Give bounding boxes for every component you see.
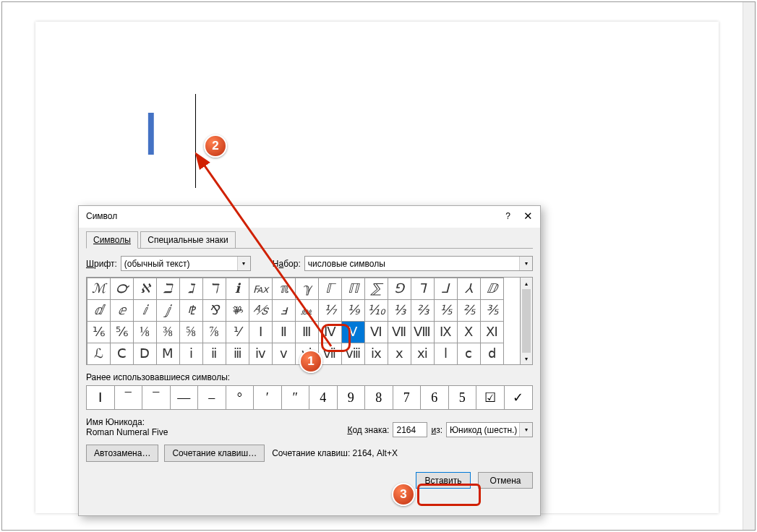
symbol-cell[interactable]: ⅈ — [133, 299, 157, 322]
symbol-cell[interactable]: ⅃ — [434, 278, 458, 300]
symbol-cell[interactable]: ⅷ — [341, 343, 365, 365]
symbol-cell[interactable]: ⅂ — [411, 278, 435, 300]
symbol-cell[interactable]: ℷ — [179, 278, 203, 300]
symbol-cell[interactable]: ⅰ — [179, 343, 203, 365]
symbol-cell[interactable]: ⅖ — [457, 299, 481, 322]
from-select[interactable]: Юникод (шестн.) ▾ — [446, 422, 533, 437]
symbol-cell[interactable]: ⅓ — [388, 299, 411, 322]
symbol-cell[interactable]: ⅺ — [411, 343, 435, 365]
symbol-cell[interactable]: Ⅿ — [156, 343, 180, 365]
symbol-cell[interactable]: Ⅱ — [272, 321, 296, 343]
scroll-thumb[interactable] — [522, 289, 531, 353]
symbol-cell[interactable]: ⅕ — [434, 299, 458, 322]
symbol-cell[interactable]: Ⅲ — [295, 321, 319, 343]
symbol-cell[interactable]: ⅎ — [272, 299, 296, 322]
symbol-cell[interactable]: ⅒ — [364, 299, 388, 322]
symbol-cell[interactable]: ℳ — [87, 278, 111, 300]
symbol-cell[interactable]: ⅐ — [318, 299, 342, 322]
symbol-cell[interactable]: ⅴ — [272, 343, 296, 365]
symbol-cell[interactable]: ⅇ — [110, 299, 134, 322]
symbol-cell[interactable]: ⅟ — [226, 321, 249, 343]
symbol-cell[interactable]: Ⅶ — [388, 321, 411, 343]
insert-button[interactable]: Вставить — [416, 472, 471, 489]
symbol-cell[interactable]: ⅸ — [364, 343, 388, 365]
cancel-button[interactable]: Отмена — [478, 472, 533, 489]
symbol-cell[interactable]: ℒ — [87, 343, 111, 365]
symbol-cell[interactable]: ⅊ — [179, 299, 203, 322]
symbol-cell[interactable]: Ⅰ — [249, 321, 273, 343]
recent-cell[interactable]: 5 — [449, 386, 477, 409]
recent-cell[interactable]: 7 — [393, 386, 422, 409]
symbol-cell[interactable]: ⅾ — [480, 343, 504, 365]
recent-cell[interactable]: – — [198, 386, 226, 409]
symbol-cell[interactable]: ⅍ — [249, 299, 273, 322]
close-icon[interactable]: ✕ — [523, 211, 533, 221]
tab-special[interactable]: Специальные знаки — [140, 231, 235, 248]
symbol-cell[interactable]: Ⅳ — [318, 321, 342, 343]
recent-cell[interactable]: ′ — [254, 386, 282, 409]
symbol-cell[interactable]: ⅗ — [480, 299, 504, 322]
recent-symbols[interactable]: Ⅰ¯¯—–°′″498765☑✓ — [86, 385, 533, 410]
symbol-cell[interactable]: ℺ — [110, 278, 134, 300]
recent-cell[interactable]: 4 — [309, 386, 338, 409]
symbol-cell[interactable]: ⅹ — [388, 343, 411, 365]
recent-cell[interactable]: — — [171, 386, 199, 409]
recent-cell[interactable]: ° — [226, 386, 255, 409]
symbol-cell[interactable]: ⅳ — [249, 343, 273, 365]
recent-cell[interactable]: ¯ — [115, 386, 143, 409]
symbol-cell[interactable]: ⅼ — [434, 343, 458, 365]
scroll-up-icon[interactable]: ▴ — [521, 278, 532, 289]
symbol-cell[interactable]: Ⅾ — [133, 343, 157, 365]
symbol-cell[interactable]: ⅞ — [202, 321, 226, 343]
symbol-cell[interactable]: ⅙ — [87, 321, 111, 343]
symbol-cell[interactable]: ⅚ — [110, 321, 134, 343]
symbol-cell[interactable]: ⅛ — [133, 321, 157, 343]
symbol-cell[interactable]: ℹ — [226, 278, 249, 300]
symbol-cell[interactable]: ℶ — [156, 278, 180, 300]
recent-cell[interactable]: Ⅰ — [87, 386, 115, 409]
recent-cell[interactable]: ✓ — [505, 386, 533, 409]
autocorrect-button[interactable]: Автозамена… — [86, 445, 158, 462]
symbol-cell[interactable]: ⅆ — [87, 299, 111, 322]
font-select[interactable]: (обычный текст) ▾ — [121, 256, 251, 271]
symbol-cell[interactable]: ⅌ — [226, 299, 249, 322]
symbol-cell[interactable]: ⅅ — [480, 278, 504, 300]
scroll-down-icon[interactable]: ▾ — [521, 353, 532, 364]
shortcut-keys-button[interactable]: Сочетание клавиш… — [164, 445, 265, 462]
symbol-cell[interactable]: ⅋ — [202, 299, 226, 322]
symbol-cell[interactable]: ⅀ — [364, 278, 388, 300]
grid-scrollbar[interactable]: ▴ ▾ — [521, 277, 533, 365]
symbol-cell[interactable]: ℾ — [318, 278, 342, 300]
recent-cell[interactable]: 6 — [421, 386, 449, 409]
help-icon[interactable]: ? — [505, 211, 510, 221]
symbol-cell[interactable]: ⅔ — [411, 299, 435, 322]
symbol-cell[interactable]: ⅉ — [156, 299, 180, 322]
recent-cell[interactable]: 8 — [365, 386, 393, 409]
symbol-cell[interactable]: ⅽ — [457, 343, 481, 365]
tab-symbols[interactable]: Символы — [86, 231, 138, 249]
symbol-cell[interactable]: ℵ — [133, 278, 157, 300]
symbol-cell[interactable]: ⅝ — [179, 321, 203, 343]
symbol-cell[interactable]: ℸ — [202, 278, 226, 300]
symbol-cell[interactable]: Ⅹ — [457, 321, 481, 343]
set-select[interactable]: числовые символы ▾ — [304, 256, 533, 271]
symbol-cell[interactable]: Ⅵ — [364, 321, 388, 343]
recent-cell[interactable]: ¯ — [142, 386, 171, 409]
recent-cell[interactable]: ☑ — [476, 386, 505, 409]
symbol-cell[interactable]: ℼ — [272, 278, 296, 300]
recent-cell[interactable]: 9 — [338, 386, 366, 409]
vertical-scrollbar[interactable] — [743, 2, 755, 530]
symbol-cell[interactable]: ⅱ — [202, 343, 226, 365]
symbol-cell[interactable]: ⅲ — [226, 343, 249, 365]
symbol-cell[interactable]: ℻ — [249, 278, 273, 300]
symbol-cell[interactable]: ⅜ — [156, 321, 180, 343]
symbol-cell[interactable]: ⅑ — [341, 299, 365, 322]
symbol-cell[interactable]: Ⅸ — [434, 321, 458, 343]
symbol-cell[interactable]: ⅄ — [457, 278, 481, 300]
symbol-cell[interactable]: Ⅷ — [411, 321, 435, 343]
symbol-cell[interactable]: Ⅴ — [341, 321, 365, 343]
symbol-cell[interactable]: ℽ — [295, 278, 319, 300]
symbol-cell[interactable]: Ⅺ — [480, 321, 504, 343]
recent-cell[interactable]: ″ — [282, 386, 310, 409]
code-input[interactable]: 2164 — [393, 422, 427, 437]
